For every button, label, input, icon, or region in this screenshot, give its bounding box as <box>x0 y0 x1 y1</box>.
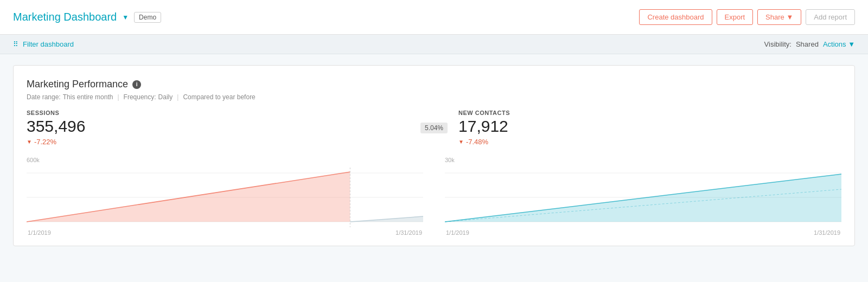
card-title-row: Marketing Performance i <box>27 79 841 90</box>
export-button[interactable]: Export <box>717 9 754 25</box>
meta-separator-2: | <box>177 93 178 101</box>
marketing-performance-card: Marketing Performance i Date range: This… <box>13 65 855 246</box>
contacts-x-start: 1/1/2019 <box>446 229 469 236</box>
sessions-chart-svg <box>27 168 423 227</box>
sessions-change-value: -7.22% <box>34 138 56 146</box>
main-content: Marketing Performance i Date range: This… <box>0 54 868 257</box>
dashboard-title: Marketing Dashboard <box>13 11 117 23</box>
header-left: Marketing Dashboard ▼ Demo <box>13 11 161 23</box>
sessions-chart: 600k 1/1/2019 1/31/20 <box>27 157 423 233</box>
new-contacts-chart: 30k 1/1/2019 1/31/2019 <box>445 157 841 233</box>
card-title-text: Marketing Performance <box>27 79 128 90</box>
new-contacts-change: ▼ -7.48% <box>458 138 841 146</box>
filter-right: Visibility: Shared Actions ▼ <box>764 40 855 48</box>
sessions-x-end: 1/31/2019 <box>395 229 422 236</box>
demo-badge: Demo <box>134 12 161 23</box>
create-dashboard-button[interactable]: Create dashboard <box>639 9 712 25</box>
sessions-x-labels: 1/1/2019 1/31/2019 <box>27 229 423 236</box>
compared-label: Compared to year before <box>183 93 255 101</box>
card-meta: Date range: This entire month | Frequenc… <box>27 93 841 101</box>
date-range-value: This entire month <box>63 93 113 101</box>
filter-label: Filter dashboard <box>23 40 74 48</box>
contacts-y-label: 30k <box>445 157 455 163</box>
new-contacts-stat-block: NEW CONTACTS 17,912 ▼ -7.48% <box>458 110 841 146</box>
new-contacts-value: 17,912 <box>458 117 841 136</box>
new-contacts-change-value: -7.48% <box>466 138 488 146</box>
new-contacts-label: NEW CONTACTS <box>458 110 841 116</box>
sessions-down-arrow-icon: ▼ <box>27 139 32 145</box>
sessions-x-start: 1/1/2019 <box>28 229 51 236</box>
new-contacts-down-arrow-icon: ▼ <box>458 139 464 145</box>
frequency-value: Daily <box>158 93 173 101</box>
filter-bar: ⠿ Filter dashboard Visibility: Shared Ac… <box>0 35 868 54</box>
sessions-label: SESSIONS <box>27 110 410 116</box>
add-report-button: Add report <box>806 9 855 25</box>
title-dropdown-icon[interactable]: ▼ <box>122 14 129 21</box>
frequency-label: Frequency: <box>124 93 156 101</box>
contacts-x-labels: 1/1/2019 1/31/2019 <box>445 229 841 236</box>
visibility-value: Shared <box>796 40 819 48</box>
share-button[interactable]: Share ▼ <box>757 9 801 25</box>
filter-grid-icon: ⠿ <box>13 40 18 48</box>
sessions-value: 355,496 <box>27 117 410 136</box>
header: Marketing Dashboard ▼ Demo Create dashbo… <box>0 0 868 35</box>
contacts-x-end: 1/31/2019 <box>814 229 840 236</box>
sessions-y-label: 600k <box>27 157 40 163</box>
header-right: Create dashboard Export Share ▼ Add repo… <box>639 9 855 25</box>
meta-separator-1: | <box>117 93 119 101</box>
date-range-label: Date range: <box>27 93 61 101</box>
visibility-label: Visibility: <box>764 40 792 48</box>
sessions-change: ▼ -7.22% <box>27 138 410 146</box>
filter-dashboard-button[interactable]: ⠿ Filter dashboard <box>13 40 74 48</box>
sessions-stat-block: SESSIONS 355,496 ▼ -7.22% <box>27 110 410 146</box>
charts-row: 600k 1/1/2019 1/31/20 <box>27 157 841 233</box>
chart-spacer <box>423 157 445 233</box>
stats-row: SESSIONS 355,496 ▼ -7.22% 5.04% NEW CONT… <box>27 110 841 146</box>
pct-badge: 5.04% <box>420 123 448 133</box>
actions-button[interactable]: Actions ▼ <box>823 40 855 48</box>
info-icon[interactable]: i <box>132 80 141 89</box>
contacts-chart-svg <box>445 168 841 227</box>
